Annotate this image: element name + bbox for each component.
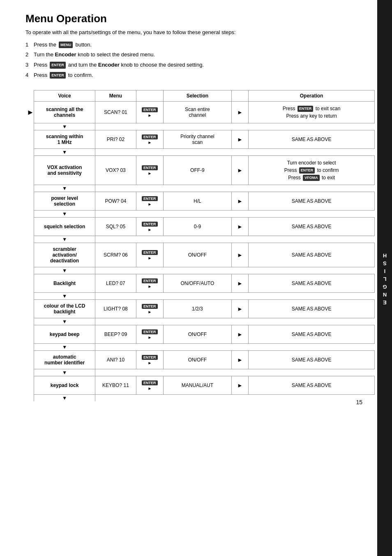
- arrow-cell-9: ►: [231, 325, 248, 343]
- selection-cell-3: OFF-9: [164, 155, 232, 185]
- menu-cell-9: BEEP? 09: [95, 325, 136, 343]
- table-row: VOX activationand sensitivity VOX? 03 EN…: [34, 155, 375, 185]
- connector-row: ▼: [34, 236, 375, 243]
- connector-row: ▼: [34, 292, 375, 299]
- enter-badge-op1: ENTER: [297, 106, 314, 112]
- arrow-cell-4: ►: [231, 192, 248, 210]
- table-row: scanning within1 MHz PRI? 02 ENTER ► Pri…: [34, 130, 375, 148]
- enter-cell-4: ENTER ►: [136, 192, 163, 210]
- enter-badge-row11: ENTER: [142, 380, 158, 385]
- voice-cell-2: scanning within1 MHz: [34, 130, 95, 148]
- enter-cell-7: ENTER ►: [136, 274, 163, 292]
- table-row: ► scanning all thechannels SCAN? 01 ENTE…: [34, 101, 375, 123]
- voice-cell-3: VOX activationand sensitivity: [34, 155, 95, 185]
- connector-row: ▼: [34, 123, 375, 130]
- steps-list: 1 Press the MENU button. 2 Turn the Enco…: [25, 41, 375, 80]
- arrow-cell-10: ►: [231, 350, 248, 369]
- step-2: 2 Turn the Encoder knob to select the de…: [25, 51, 375, 59]
- arrow-cell-8: ►: [231, 299, 248, 318]
- col-header-menu: Menu: [95, 90, 136, 101]
- enter-badge-row10: ENTER: [142, 355, 158, 360]
- table-row: keypad beep BEEP? 09 ENTER ► ON/OFF ► SA…: [34, 325, 375, 343]
- selection-cell-2: Priority channelscan: [164, 130, 232, 148]
- voice-cell-9: keypad beep: [34, 325, 95, 343]
- enter-badge-step3: ENTER: [50, 62, 66, 68]
- operation-cell-9: SAME AS ABOVE: [249, 325, 375, 343]
- voice-cell-11: keypad lock: [34, 376, 95, 394]
- operation-cell-7: SAME AS ABOVE: [249, 274, 375, 292]
- table-row: scrambleractivation/deactivation SCRM? 0…: [34, 243, 375, 267]
- page-number: 15: [356, 399, 362, 405]
- menu-cell-1: SCAN? 01: [95, 101, 136, 123]
- step-4: 4 Press ENTER to confirm.: [25, 71, 375, 80]
- operation-cell-3: Turn encoder to select Press ENTER to co…: [249, 155, 375, 185]
- enter-badge-row7: ENTER: [142, 278, 158, 283]
- selection-cell-8: 1/2/3: [164, 299, 232, 318]
- menu-cell-7: LED? 07: [95, 274, 136, 292]
- enter-cell-1: ENTER ►: [136, 101, 163, 123]
- arrow-cell-11: ►: [231, 376, 248, 394]
- voice-cell-8: colour of the LCDbacklight: [34, 299, 95, 318]
- enter-cell-9: ENTER ►: [136, 325, 163, 343]
- enter-badge-row6: ENTER: [142, 250, 158, 255]
- arrow-cell-6: ►: [231, 243, 248, 267]
- step-1: 1 Press the MENU button.: [25, 41, 375, 49]
- col-header-operation: Operation: [249, 90, 375, 101]
- arrow-cell-3: ►: [231, 155, 248, 185]
- arrow-cell-7: ►: [231, 274, 248, 292]
- table-row: keypad lock KEYBO? 11 ENTER ► MANUAL/AUT…: [34, 376, 375, 394]
- menu-cell-6: SCRM? 06: [95, 243, 136, 267]
- enter-cell-11: ENTER ►: [136, 376, 163, 394]
- enter-badge-row4: ENTER: [142, 196, 158, 201]
- selection-cell-1: Scan entirechannel: [164, 101, 232, 123]
- enter-badge-step4: ENTER: [50, 72, 66, 79]
- operation-cell-6: SAME AS ABOVE: [249, 243, 375, 267]
- table-row: squelch selection SQL? 05 ENTER ► 0-9 ► …: [34, 217, 375, 236]
- menu-cell-10: ANI? 10: [95, 350, 136, 369]
- selection-cell-9: ON/OFF: [164, 325, 232, 343]
- menu-cell-4: POW? 04: [95, 192, 136, 210]
- voice-cell-5: squelch selection: [34, 217, 95, 236]
- connector-row: ▼: [34, 148, 375, 155]
- operation-cell-5: SAME AS ABOVE: [249, 217, 375, 236]
- selection-cell-11: MANUAL/AUT: [164, 376, 232, 394]
- col-header-voice: Voice: [34, 90, 95, 101]
- enter-badge-row1: ENTER: [142, 107, 158, 112]
- voice-cell-1: ► scanning all thechannels: [34, 101, 95, 123]
- operation-cell-2: SAME AS ABOVE: [249, 130, 375, 148]
- enter-cell-3: ENTER ►: [136, 155, 163, 185]
- selection-cell-4: H/L: [164, 192, 232, 210]
- table-row: Backlight LED? 07 ENTER ► ON/OFF/AUTO ► …: [34, 274, 375, 292]
- connector-row: ▼: [34, 343, 375, 350]
- connector-row: ▼: [34, 369, 375, 376]
- menu-badge-step1: MENU: [59, 42, 73, 48]
- voice-cell-7: Backlight: [34, 274, 95, 292]
- enter-badge-row8: ENTER: [142, 304, 158, 309]
- table-row: power levelselection POW? 04 ENTER ► H/L…: [34, 192, 375, 210]
- enter-badge-row9: ENTER: [142, 329, 158, 334]
- connector-row: ▼: [34, 318, 375, 325]
- operation-cell-10: SAME AS ABOVE: [249, 350, 375, 369]
- connector-row: ▼: [34, 210, 375, 217]
- arrow-cell-5: ►: [231, 217, 248, 236]
- enter-badge-row2: ENTER: [142, 134, 158, 139]
- col-header-arrow: [231, 90, 248, 101]
- connector-row-final: ▼: [34, 394, 375, 401]
- menu-cell-11: KEYBO? 11: [95, 376, 136, 394]
- voice-cell-6: scrambleractivation/deactivation: [34, 243, 95, 267]
- enter-cell-2: ENTER ►: [136, 130, 163, 148]
- table-row: automaticnumber identifier ANI? 10 ENTER…: [34, 350, 375, 369]
- operation-cell-8: SAME AS ABOVE: [249, 299, 375, 318]
- row-pointer: ►: [27, 108, 34, 116]
- menu-cell-2: PRI? 02: [95, 130, 136, 148]
- operation-cell-1: Press ENTER to exit scan Press any key t…: [249, 101, 375, 123]
- enter-cell-5: ENTER ►: [136, 217, 163, 236]
- menu-table: Voice Menu Selection Operation ► scannin…: [34, 90, 375, 401]
- connector-row: ▼: [34, 267, 375, 274]
- col-header-enter: [136, 90, 163, 101]
- menu-cell-5: SQL? 05: [95, 217, 136, 236]
- selection-cell-5: 0-9: [164, 217, 232, 236]
- menu-cell-3: VOX? 03: [95, 155, 136, 185]
- table-row: colour of the LCDbacklight LIGHT? 08 ENT…: [34, 299, 375, 318]
- vfoma-badge-op3: VFOMA: [303, 175, 320, 181]
